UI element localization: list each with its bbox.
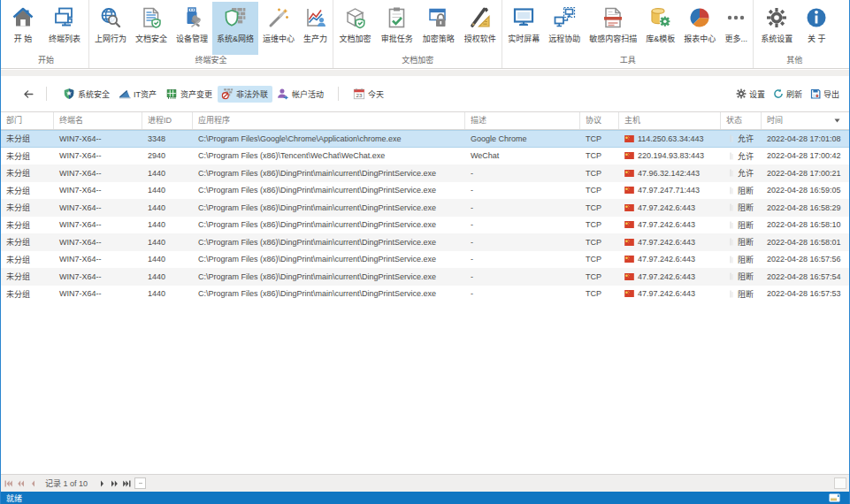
ribbon-button-system-network[interactable]: 系统&网络 <box>212 2 258 55</box>
table-row[interactable]: 未分组WIN7-X64--1440C:\Program Files (x86)\… <box>1 164 849 182</box>
ribbon-button-label: 审批任务 <box>381 33 413 44</box>
table-row[interactable]: 未分组WIN7-X64--2940C:\Program Files (x86)\… <box>1 148 849 165</box>
ribbon-button-realtime-screen[interactable]: 实时屏幕 <box>503 2 544 55</box>
cell-status: 允许 <box>721 167 762 179</box>
column-header-app[interactable]: 应用程序 <box>193 112 465 129</box>
cell-text: 47.97.242.6:443 <box>638 272 695 281</box>
toolbar-tab-it-[interactable]: IT资产 <box>115 86 161 103</box>
today-filter-label: 今天 <box>368 88 384 100</box>
column-header-label: 部门 <box>6 116 22 125</box>
ribbon-button-label: 更多... <box>724 33 747 44</box>
ribbon-button-encrypt-policy[interactable]: 加密策略 <box>417 2 459 55</box>
table-row[interactable]: 未分组WIN7-X64--1440C:\Program Files (x86)\… <box>1 286 849 303</box>
column-header-proto[interactable]: 协议 <box>580 112 619 129</box>
nav-next-button[interactable] <box>97 478 107 489</box>
cell-text: 47.96.32.142:443 <box>638 169 700 178</box>
nav-prev-page-button[interactable] <box>16 478 26 489</box>
column-filter-arrow-icon <box>834 118 840 123</box>
ribbon-button-sensitive-scan[interactable]: 敏感内容扫描 <box>585 2 641 55</box>
nav-last-icon <box>123 480 131 487</box>
ribbon-button-label: 设备管理 <box>176 33 208 44</box>
cell-terminal: WIN7-X64-- <box>54 186 142 195</box>
toolbar-tab--[interactable]: 系统安全 <box>59 86 114 103</box>
ribbon-button-label: 加密策略 <box>423 33 455 44</box>
back-arrow-icon <box>22 88 34 100</box>
cell-text: 阻断 <box>738 236 754 248</box>
nav-next-page-button[interactable] <box>110 478 119 489</box>
table-row[interactable]: 未分组WIN7-X64--1440C:\Program Files (x86)\… <box>1 217 849 234</box>
ribbon-button-web-activity[interactable]: 上网行为 <box>90 2 131 55</box>
ribbon-button-label: 生产力 <box>303 33 327 44</box>
nav-prev-button[interactable] <box>28 478 38 489</box>
column-header-dept[interactable]: 部门 <box>1 112 54 129</box>
toolbar-tab--[interactable]: 资产变更 <box>162 86 217 103</box>
ribbon-button-device-manage[interactable]: 设备管理 <box>172 2 212 55</box>
nav-first-icon <box>4 480 12 487</box>
column-header-label: 进程ID <box>148 116 172 125</box>
cell-status: 阻断 <box>721 236 762 248</box>
cell-desc: - <box>465 186 580 195</box>
cell-text: 47.97.247.71:443 <box>638 186 700 195</box>
export-button[interactable]: 导出 <box>810 88 839 100</box>
cell-text: C:\Program Files (x86)\DingPrint\main\cu… <box>198 186 436 195</box>
ribbon-button-terminal-list[interactable]: 终端列表 <box>42 2 88 55</box>
toolbar-tab--[interactable]: 非法外联 <box>218 86 272 103</box>
ribbon-button-about[interactable]: 关 于 <box>799 2 834 55</box>
cn-flag-icon <box>624 204 634 211</box>
cell-text: TCP <box>586 134 601 143</box>
device-manage-icon <box>180 6 203 29</box>
table-row[interactable]: 未分组WIN7-X64--1440C:\Program Files (x86)\… <box>1 268 849 286</box>
sensitive-scan-icon <box>601 6 624 29</box>
ribbon-button-more[interactable]: 更多... <box>720 2 752 55</box>
productivity-icon <box>304 6 327 29</box>
ribbon-button-doc-security[interactable]: 文档安全 <box>131 2 172 55</box>
status-mark-icon <box>730 272 733 280</box>
ribbon-button-ops-center[interactable]: 运维中心 <box>258 2 299 55</box>
today-filter-button[interactable]: 今天 <box>349 86 388 103</box>
nav-first-button[interactable] <box>4 478 13 489</box>
nav-last-button[interactable] <box>122 478 132 489</box>
cell-text: 2022-04-28 16:58:01 <box>767 238 841 247</box>
action-label: 刷新 <box>786 88 802 100</box>
table-row[interactable]: 未分组WIN7-X64--1440C:\Program Files (x86)\… <box>1 251 849 269</box>
table-row[interactable]: 未分组WIN7-X64--1440C:\Program Files (x86)\… <box>1 233 849 251</box>
toolbar-tab--[interactable]: 帐户活动 <box>273 86 328 103</box>
table-row[interactable]: 未分组WIN7-X64--3348C:\Program Files\Google… <box>1 130 849 148</box>
cell-proto: TCP <box>580 289 619 298</box>
refresh-button[interactable]: 刷新 <box>773 88 802 100</box>
ribbon-button-library-templates[interactable]: 库&模板 <box>641 2 679 55</box>
back-button[interactable] <box>19 85 38 103</box>
table-row[interactable]: 未分组WIN7-X64--1440C:\Program Files (x86)\… <box>1 199 849 217</box>
cell-text: TCP <box>586 203 601 212</box>
ribbon-button-doc-encrypt[interactable]: 文档加密 <box>334 2 376 55</box>
ribbon-button-report-center[interactable]: 报表中心 <box>679 2 720 55</box>
ribbon-button-system-settings[interactable]: 系统设置 <box>754 2 799 55</box>
column-header-desc[interactable]: 描述 <box>465 112 580 129</box>
cn-flag-icon <box>624 239 634 246</box>
ribbon-button-label: 运维中心 <box>263 33 295 44</box>
cell-proto: TCP <box>580 238 619 247</box>
cell-text: TCP <box>586 220 601 229</box>
calendar-icon <box>353 88 365 100</box>
column-header-pid[interactable]: 进程ID <box>142 112 193 129</box>
ribbon: 开 始终端列表开始上网行为文档安全设备管理系统&网络运维中心生产力终端安全文档加… <box>1 0 849 69</box>
settings-button[interactable]: 设置 <box>736 88 765 100</box>
table-row[interactable]: 未分组WIN7-X64--1440C:\Program Files (x86)\… <box>1 182 849 200</box>
ribbon-button-approval-tasks[interactable]: 审批任务 <box>376 2 417 55</box>
ribbon-group-label: 文档加密 <box>334 55 501 68</box>
status-bar: 就绪 <box>0 492 850 504</box>
cell-desc: Google Chrome <box>465 134 580 143</box>
pager-grip[interactable] <box>834 477 846 489</box>
system-network-icon <box>224 6 247 29</box>
ribbon-button-remote-assist[interactable]: 远程协助 <box>544 2 585 55</box>
ribbon-group-buttons: 开 始终端列表 <box>4 0 88 55</box>
ribbon-button-productivity[interactable]: 生产力 <box>299 2 332 55</box>
nav-edit-box[interactable] <box>134 477 146 489</box>
column-header-status[interactable]: 状态 <box>721 112 762 129</box>
column-header-host[interactable]: 主机 <box>619 112 721 129</box>
column-header-terminal[interactable]: 终端名 <box>54 112 142 129</box>
ribbon-button-licensed-software[interactable]: 授权软件 <box>459 2 501 55</box>
column-header-time[interactable]: 时间 <box>762 112 848 129</box>
ribbon-button-home[interactable]: 开 始 <box>4 2 42 55</box>
cell-text: 3348 <box>148 134 165 143</box>
